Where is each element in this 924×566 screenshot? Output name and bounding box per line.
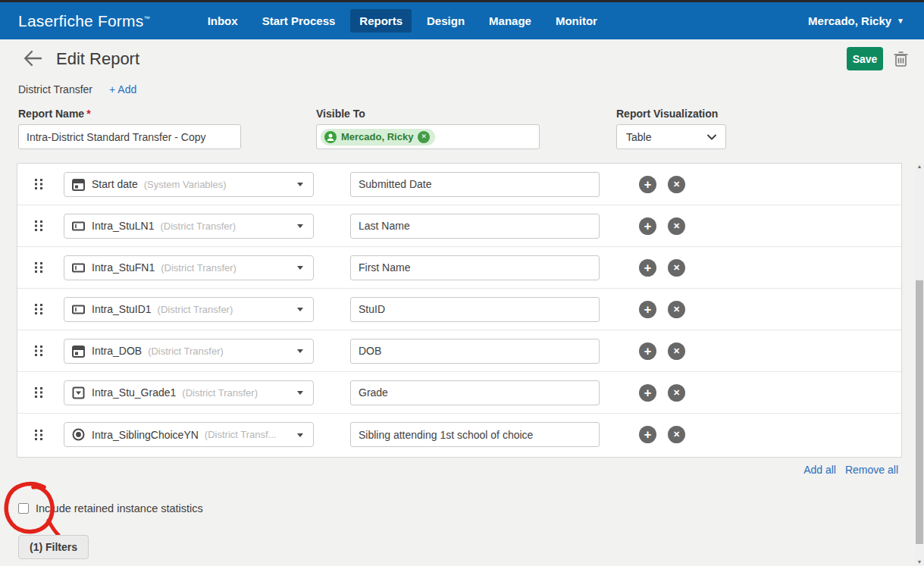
dropdown-caret-icon: [297, 266, 303, 270]
drag-handle-icon[interactable]: [34, 178, 43, 190]
report-column-row: Intra_StuID1 (District Transfer) + ✕: [17, 289, 901, 330]
field-name: Intra_Stu_Grade1: [92, 386, 176, 399]
chip-remove-icon[interactable]: ✕: [418, 131, 430, 143]
navbar-tab-start-process[interactable]: Start Process: [253, 9, 345, 33]
field-dropdown[interactable]: Intra_StuID1 (District Transfer): [64, 297, 314, 322]
report-name-label: Report Name*: [18, 108, 91, 120]
retained-statistics-row: Include retained instance statistics: [18, 502, 203, 514]
chip-label: Mercado, Ricky: [341, 131, 413, 142]
add-column-button[interactable]: +: [639, 426, 656, 443]
field-source: (District Transfer): [182, 387, 258, 399]
scroll-down-icon[interactable]: ▼: [915, 558, 924, 566]
report-name-input[interactable]: [18, 124, 241, 149]
drag-handle-icon[interactable]: [34, 261, 43, 274]
remove-column-button[interactable]: ✕: [668, 384, 685, 402]
field-name: Intra_StuLN1: [92, 220, 155, 232]
field-name: Intra_DOB: [92, 345, 142, 357]
laserfiche-forms-logo: Laserfiche Forms™: [18, 12, 150, 30]
back-arrow-icon[interactable]: [23, 48, 42, 68]
drag-handle-icon[interactable]: [34, 386, 43, 399]
visualization-select[interactable]: Table: [616, 124, 726, 149]
field-name: Intra_StuFN1: [92, 261, 155, 274]
report-column-row: Intra_Stu_Grade1 (District Transfer) + ✕: [17, 372, 901, 414]
dropdown-caret-icon: [297, 391, 303, 395]
page-title: Edit Report: [56, 49, 139, 69]
retained-statistics-label: Include retained instance statistics: [36, 502, 203, 514]
vertical-scrollbar[interactable]: ▲ ▼: [915, 163, 924, 566]
chevron-down-icon: [707, 134, 716, 140]
navbar-tabs: Inbox Start Process Reports Design Manag…: [199, 9, 606, 33]
drag-handle-icon[interactable]: [34, 220, 43, 232]
display-name-input[interactable]: [350, 172, 600, 197]
navbar-tab-monitor[interactable]: Monitor: [547, 9, 606, 33]
navbar-tab-manage[interactable]: Manage: [480, 9, 540, 33]
display-name-input[interactable]: [350, 422, 600, 447]
user-name: Mercado, Ricky: [808, 14, 891, 27]
calendar-icon: [72, 345, 85, 358]
dropdown-caret-icon: [297, 433, 303, 437]
navbar-tab-inbox[interactable]: Inbox: [199, 9, 247, 33]
add-source-link[interactable]: + Add: [109, 83, 136, 95]
retained-statistics-checkbox[interactable]: [18, 503, 29, 514]
display-name-input[interactable]: [350, 339, 600, 364]
text-field-icon: [72, 303, 85, 316]
remove-column-button[interactable]: ✕: [668, 176, 685, 193]
add-all-link[interactable]: Add all: [803, 464, 836, 476]
drag-handle-icon[interactable]: [34, 303, 43, 315]
field-dropdown[interactable]: Intra_StuLN1 (District Transfer): [64, 214, 314, 239]
display-name-input[interactable]: [350, 297, 600, 322]
remove-column-button[interactable]: ✕: [668, 301, 685, 318]
remove-all-link[interactable]: Remove all: [845, 464, 898, 476]
report-source-row: District Transfer + Add: [18, 83, 136, 95]
remove-column-button[interactable]: ✕: [668, 426, 685, 443]
drag-handle-icon[interactable]: [34, 429, 43, 441]
visible-to-input[interactable]: Mercado, Ricky ✕: [316, 124, 540, 149]
navbar-tab-design[interactable]: Design: [418, 9, 474, 33]
trademark-mark: ™: [143, 15, 149, 22]
report-column-row: Intra_StuFN1 (District Transfer) + ✕: [17, 247, 901, 289]
edit-report-page: Laserfiche Forms™ Inbox Start Process Re…: [0, 0, 924, 566]
field-dropdown[interactable]: Intra_DOB (District Transfer): [64, 339, 314, 364]
field-name: Intra_SiblingChoiceYN: [92, 429, 199, 441]
source-name: District Transfer: [18, 83, 92, 95]
add-column-button[interactable]: +: [639, 259, 656, 277]
save-button[interactable]: Save: [847, 47, 883, 70]
field-source: (District Transfer): [161, 220, 236, 232]
display-name-input[interactable]: [350, 214, 600, 239]
remove-column-button[interactable]: ✕: [668, 342, 685, 360]
drag-handle-icon[interactable]: [34, 345, 43, 357]
add-column-button[interactable]: +: [639, 342, 656, 360]
dropdown-caret-icon: [297, 183, 303, 186]
scroll-up-icon[interactable]: ▲: [915, 163, 924, 170]
add-column-button[interactable]: +: [639, 176, 656, 193]
scrollbar-thumb[interactable]: [916, 280, 923, 544]
display-name-input[interactable]: [350, 255, 600, 280]
add-column-button[interactable]: +: [639, 384, 656, 402]
select-icon: [72, 386, 85, 399]
remove-column-button[interactable]: ✕: [668, 217, 685, 235]
user-chip: Mercado, Ricky ✕: [321, 129, 435, 145]
field-dropdown[interactable]: Intra_StuFN1 (District Transfer): [64, 255, 314, 280]
field-dropdown[interactable]: Start date (System Variables): [64, 172, 314, 197]
report-column-row: Start date (System Variables) + ✕: [17, 164, 901, 205]
filters-button[interactable]: (1) Filters: [18, 535, 89, 559]
text-field-icon: [72, 220, 85, 233]
dropdown-caret-icon: [297, 308, 303, 311]
user-menu[interactable]: Mercado, Ricky ▼: [808, 14, 904, 27]
brand-text: Laserfiche Forms: [18, 12, 143, 30]
visualization-value: Table: [626, 131, 651, 143]
remove-column-button[interactable]: ✕: [668, 259, 685, 277]
display-name-input[interactable]: [350, 380, 600, 405]
radio-icon: [72, 428, 85, 441]
field-dropdown[interactable]: Intra_Stu_Grade1 (District Transfer): [64, 380, 314, 405]
visible-to-label: Visible To: [316, 108, 365, 120]
field-dropdown[interactable]: Intra_SiblingChoiceYN (District Transf..…: [64, 422, 314, 447]
add-column-button[interactable]: +: [639, 301, 656, 318]
field-name: Intra_StuID1: [92, 303, 152, 315]
main-navbar: Laserfiche Forms™ Inbox Start Process Re…: [0, 2, 924, 39]
navbar-tab-reports[interactable]: Reports: [350, 9, 412, 33]
required-asterisk: *: [86, 108, 90, 120]
add-column-button[interactable]: +: [639, 217, 656, 235]
delete-report-button[interactable]: [893, 51, 909, 67]
field-source: (District Transf...: [205, 429, 277, 440]
